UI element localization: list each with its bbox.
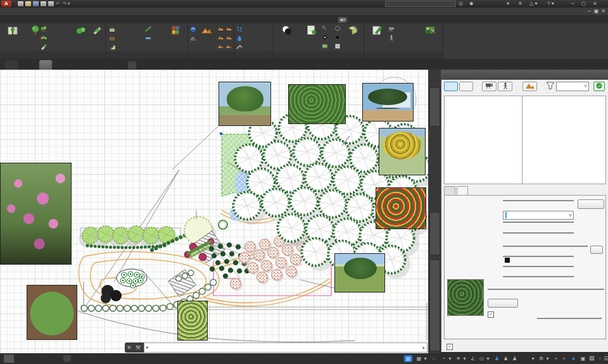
drawing-tab-active[interactable] (39, 60, 52, 70)
side-tab-accurender[interactable] (429, 260, 440, 351)
pipe-button[interactable] (236, 44, 244, 50)
browse-button[interactable] (578, 199, 604, 209)
forest-button[interactable] (41, 35, 49, 41)
restore-button[interactable]: ▢ (580, 1, 588, 7)
view-3d-button[interactable] (459, 82, 473, 91)
render-view-button[interactable] (522, 82, 537, 91)
help-icon[interactable]: ? ▾ (547, 1, 554, 6)
scale-dropdown-icon[interactable]: ▾ (531, 355, 535, 362)
walk-button[interactable] (498, 82, 512, 91)
save-file-icon[interactable] (33, 1, 39, 6)
zonify-button[interactable] (342, 25, 364, 37)
terrain-op-4-icon[interactable] (225, 34, 234, 41)
terrain-op-1-icon[interactable] (217, 25, 225, 32)
command-expand-icon[interactable]: ▲ (421, 345, 426, 349)
terrain-op-3-icon[interactable] (217, 34, 225, 41)
view-2d-button[interactable] (444, 82, 458, 91)
tab-general[interactable] (444, 186, 455, 195)
plant-shadows-button[interactable] (276, 25, 298, 37)
annotation-scale-icon[interactable]: ♟ (510, 355, 519, 362)
clean-screen-icon[interactable]: ▣ (579, 355, 587, 362)
plant-photo-tool-icon[interactable] (322, 43, 330, 49)
new-layout-tab-button[interactable] (63, 355, 71, 362)
osnap-dropdown-icon[interactable]: ▾ (486, 355, 490, 362)
search-input[interactable] (385, 1, 456, 7)
snap-dropdown-icon[interactable]: ▾ (423, 355, 428, 362)
plant-row-button[interactable] (41, 26, 49, 32)
customization-menu-icon[interactable]: ☰ (602, 355, 608, 362)
presentation-mode-combo[interactable] (503, 211, 574, 220)
undo-icon[interactable]: ↶ (56, 1, 60, 6)
isodraft-icon[interactable]: ✛ (454, 355, 462, 362)
new-drawing-tab-button[interactable] (128, 61, 136, 69)
apply-every-change-checkbox[interactable] (446, 342, 455, 350)
walk-mode-button[interactable] (388, 35, 396, 41)
filters-dropdown[interactable] (556, 82, 589, 91)
zonify-list-icon[interactable] (334, 43, 343, 49)
terrain-op-2-icon[interactable] (225, 25, 234, 32)
polar-dropdown-icon[interactable]: ▾ (448, 355, 452, 362)
autoscale-icon[interactable]: ♟ (502, 355, 510, 362)
ignore-season-checkbox[interactable] (488, 310, 496, 318)
drawing-canvas[interactable]: ✕ ⚒ ▸ ▲ (0, 70, 428, 353)
scale-value[interactable] (521, 355, 531, 362)
polar-icon[interactable]: ◔ (440, 355, 448, 362)
species-combo[interactable] (503, 200, 574, 201)
side-tab-animation[interactable] (429, 212, 440, 255)
snap-mode-icon[interactable]: ▦ (415, 355, 423, 362)
nxt-plant-file-input[interactable] (488, 289, 604, 290)
tab-modelo[interactable] (4, 355, 14, 363)
communication-icon[interactable]: △ ▾ (529, 1, 537, 6)
plant-scale-input[interactable] (503, 232, 574, 234)
minimize-button[interactable]: ─ (569, 1, 577, 7)
workspace-gear-icon[interactable]: ⚙ (537, 355, 545, 362)
tab-presentacion1[interactable] (29, 355, 39, 363)
autocad-logo-icon[interactable]: A (1, 1, 11, 7)
redo-icon[interactable]: ↷ ▾ (63, 1, 70, 6)
isolate-icon[interactable]: ⌗ (560, 355, 568, 362)
angle-input[interactable] (503, 266, 574, 267)
command-input[interactable] (144, 342, 428, 353)
user-icon[interactable]: ☻ (469, 1, 474, 6)
side-tab-lands[interactable] (429, 87, 440, 127)
plus-icon[interactable]: + (552, 355, 560, 362)
drawing-tab-inicio[interactable] (5, 60, 18, 70)
new-file-icon[interactable] (18, 1, 23, 6)
density-input[interactable] (503, 222, 574, 223)
ortho-icon[interactable]: ∟ (431, 355, 439, 362)
stair-button[interactable] (109, 44, 117, 50)
print-icon[interactable] (48, 1, 54, 6)
hatch-browse-button[interactable] (590, 246, 603, 254)
open-file-icon[interactable] (25, 1, 31, 6)
exchange-icon[interactable]: ✕ (518, 1, 522, 6)
document-window-buttons[interactable]: ─▣✕ (586, 8, 607, 14)
update-toggle-button[interactable] (593, 82, 605, 91)
row-button[interactable] (145, 35, 153, 41)
ribbon-toggle-icon[interactable]: ▣▾ (338, 17, 347, 23)
plant-label-tool-icon[interactable] (322, 25, 330, 32)
season-combo[interactable] (537, 318, 602, 319)
urban-furniture-button[interactable] (164, 25, 187, 37)
workspace-dropdown-icon[interactable]: ▾ (545, 355, 550, 362)
plants-paint-button[interactable] (41, 44, 49, 50)
annotation-visibility-icon[interactable]: ♟ (493, 355, 501, 362)
command-bar[interactable]: ✕ ⚒ ▸ ▲ (125, 342, 428, 353)
edit-panel-button[interactable] (366, 25, 389, 37)
plant-database-button[interactable] (1, 25, 24, 37)
user-dropdown-icon[interactable]: ▾ (507, 1, 509, 6)
plot-icon[interactable] (41, 1, 46, 6)
search-icon[interactable]: ◎ (459, 1, 463, 6)
object-tree[interactable] (444, 96, 522, 184)
isodraft-dropdown-icon[interactable]: ▾ (462, 355, 467, 362)
sprinkler-button[interactable] (236, 35, 244, 41)
sprinkler-array-button[interactable] (236, 26, 244, 32)
scale-input[interactable] (503, 276, 574, 277)
close-button[interactable]: ✕ (591, 1, 599, 7)
image-filters-button[interactable] (419, 25, 441, 37)
osnap-angle-icon[interactable]: ∠ (469, 355, 477, 362)
hardware-acceleration-icon[interactable]: ● (569, 355, 578, 362)
tab-parterre[interactable] (457, 186, 468, 195)
plant-list-button[interactable] (300, 25, 323, 37)
path-button[interactable] (145, 26, 153, 32)
change-button[interactable] (488, 299, 518, 308)
